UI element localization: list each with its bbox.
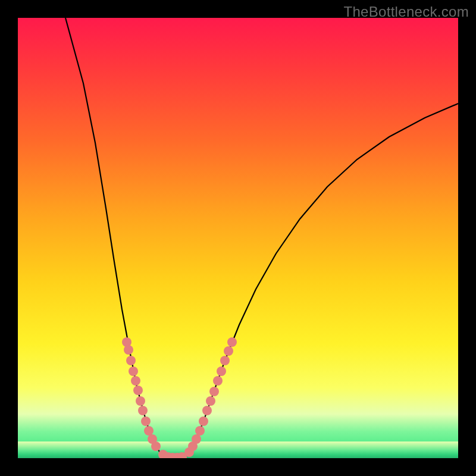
data-dot [224, 346, 233, 356]
data-dot [138, 406, 148, 415]
data-dot [144, 426, 154, 436]
data-dot [202, 406, 212, 415]
plot-area [18, 18, 458, 458]
data-dot [126, 356, 136, 365]
data-dot [151, 441, 161, 451]
data-dot [141, 416, 151, 426]
data-dot [124, 345, 133, 355]
data-dot [192, 434, 201, 444]
curve-left [65, 18, 165, 457]
curve-right [184, 104, 458, 457]
data-dot [217, 367, 226, 376]
data-dot [213, 376, 223, 386]
data-dot [227, 337, 237, 347]
data-dot [220, 356, 230, 365]
data-dot [206, 396, 215, 406]
data-dots [122, 337, 237, 458]
data-dot [136, 396, 145, 406]
data-dot [199, 416, 208, 426]
data-dot [209, 387, 219, 396]
curve-svg [18, 18, 458, 458]
data-dot [129, 367, 138, 376]
chart-frame: TheBottleneck.com [0, 0, 476, 476]
data-dot [133, 386, 143, 395]
data-dot [195, 426, 205, 436]
data-dot [131, 376, 140, 386]
